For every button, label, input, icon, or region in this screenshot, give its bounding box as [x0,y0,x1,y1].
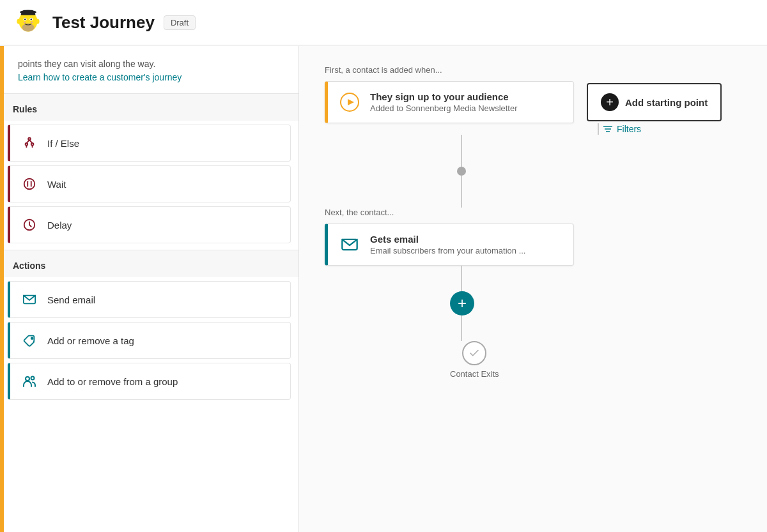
starting-card-content: They sign up to your audience Added to S… [370,91,518,113]
mailchimp-logo [13,7,43,38]
tag-icon [20,331,38,349]
page-title: Test Journey [52,13,155,33]
starting-card-title: They sign up to your audience [370,91,518,102]
next-card-title: Gets email [370,234,525,245]
add-remove-tag-label: Add or remove a tag [47,335,134,346]
sidebar-item-add-remove-tag[interactable]: Add or remove a tag [8,322,291,359]
sidebar-item-add-remove-group[interactable]: Add to or remove from a group [8,363,291,400]
connector-line-1 [598,123,599,135]
filter-icon [603,124,613,134]
sidebar-item-delay[interactable]: Delay [8,206,291,243]
starting-card-subtitle: Added to Sonnenberg Media Newsletter [370,103,518,113]
svg-point-11 [17,19,20,24]
starting-label: First, a contact is added when... [325,65,442,75]
connector-line-5 [461,315,462,341]
actions-section-header: Actions [0,250,298,277]
next-label: Next, the contact... [325,208,394,217]
email-action-icon [338,233,361,256]
play-icon [338,91,361,114]
wait-label: Wait [47,179,66,190]
sidebar-accent-bar [0,46,4,532]
add-step-button[interactable]: + [450,291,474,315]
svg-point-16 [24,179,35,190]
svg-point-21 [31,337,33,339]
delay-label: Delay [47,220,72,231]
sidebar-item-wait[interactable]: Wait [8,165,291,202]
filters-label: Filters [617,124,641,134]
sidebar-item-send-email[interactable]: Send email [8,281,291,318]
flow-dot [457,167,466,176]
add-remove-group-label: Add to or remove from a group [47,376,178,387]
sidebar-intro-text: points they can visit along the way. [18,59,155,69]
add-start-plus-icon: + [601,93,619,111]
connector-line-4 [461,266,462,291]
rules-section-header: Rules [0,94,298,121]
contact-exits-label: Contact Exits [450,369,499,379]
svg-point-7 [31,22,33,23]
learn-link[interactable]: Learn how to create a customer's journey [18,72,182,82]
journey-canvas: First, a contact is added when... They s… [299,46,767,532]
send-email-label: Send email [47,294,95,305]
branch-icon [20,134,38,152]
svg-point-23 [31,377,35,380]
svg-point-12 [35,19,39,24]
next-card-content: Gets email Email subscribers from your a… [370,234,525,255]
sidebar: points they can visit along the way. Lea… [0,46,299,532]
group-icon [20,372,38,390]
email-icon [20,291,38,308]
svg-rect-10 [21,13,35,15]
next-card[interactable]: Gets email Email subscribers from your a… [325,224,574,266]
pause-icon [20,175,38,193]
clock-icon [20,216,38,234]
draft-badge: Draft [164,15,196,30]
add-starting-point-button[interactable]: + Add starting point [587,83,722,121]
next-card-subtitle: Email subscribers from your automation .… [370,246,525,255]
svg-point-5 [31,19,32,20]
svg-point-4 [24,19,26,20]
filters-link[interactable]: Filters [603,124,641,134]
sidebar-item-if-else[interactable]: If / Else [8,125,291,162]
connector-line-3 [461,176,462,208]
starting-card[interactable]: They sign up to your audience Added to S… [325,81,574,123]
contact-exits: Contact Exits [450,341,499,379]
svg-marker-25 [348,99,354,105]
svg-point-22 [26,377,29,381]
connector-line-2 [461,135,462,167]
add-starting-point-label: Add starting point [625,97,708,108]
app-header: Test Journey Draft [0,0,767,46]
flow-container: First, a contact is added when... They s… [325,65,741,512]
starting-row: They sign up to your audience Added to S… [325,81,741,123]
svg-point-6 [24,22,26,23]
sidebar-intro: points they can visit along the way. Lea… [0,46,298,93]
exit-circle-icon [462,341,486,365]
if-else-label: If / Else [47,138,79,149]
